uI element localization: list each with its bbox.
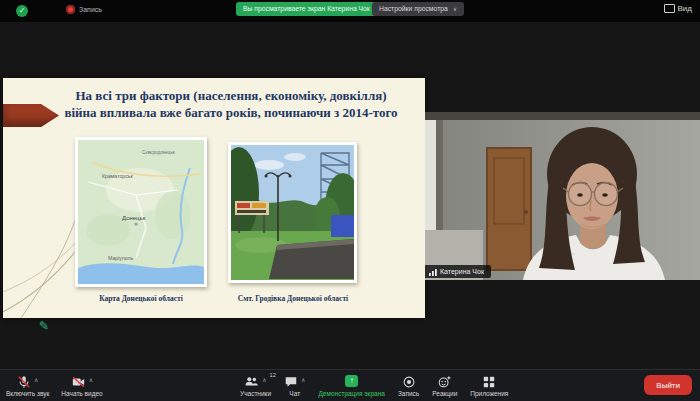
leave-meeting-button[interactable]: Выйти <box>644 375 692 395</box>
record-icon <box>402 375 416 389</box>
slide-title-line2: війна впливала вже багато років, починаю… <box>37 104 425 121</box>
share-screen-icon: ↑ <box>345 375 358 387</box>
reactions-smiley-icon <box>437 375 452 389</box>
webcam-scene <box>425 112 700 280</box>
settlement-photo <box>228 142 357 283</box>
map-label-kramatorsk: Краматорськ <box>102 173 134 179</box>
participants-count-badge: 12 <box>270 372 276 379</box>
slide-title-line1: На всі три фактори (населення, економіку… <box>37 87 425 104</box>
map-label-mariupol: Маріуполь <box>108 255 134 261</box>
participants-button[interactable]: 12 ∧ Участники <box>240 375 271 397</box>
recording-dot-icon <box>66 5 75 14</box>
audio-signal-icon <box>429 268 437 276</box>
record-label: Запись <box>398 390 419 397</box>
presentation-slide: На всі три фактори (населення, економіку… <box>3 78 425 318</box>
chat-button[interactable]: ∧ Чат <box>284 375 305 397</box>
participants-icon <box>244 375 259 389</box>
chat-label: Чат <box>289 390 300 397</box>
map-image: Сєвєродонецьк Краматорськ Донецьк Маріуп… <box>75 137 207 287</box>
recording-indicator[interactable]: Запись <box>66 5 102 14</box>
chevron-up-icon[interactable]: ∧ <box>34 376 38 384</box>
photo-caption: Смт. Гродівка Донецької області <box>219 294 367 303</box>
view-settings-dropdown[interactable]: Настройки просмотра ∨ <box>372 2 464 16</box>
participant-video[interactable]: Катерина Чок <box>425 112 700 280</box>
shared-screen-area: На всі три фактори (населення, економіку… <box>0 22 700 370</box>
chevron-up-icon[interactable]: ∧ <box>262 376 266 384</box>
chevron-up-icon[interactable]: ∧ <box>301 376 305 384</box>
camera-off-icon <box>71 375 86 389</box>
encryption-icon: ✓ <box>16 5 28 17</box>
chat-bubble-icon <box>284 375 298 389</box>
view-settings-label: Настройки просмотра <box>379 2 448 16</box>
chevron-up-icon[interactable]: ∧ <box>89 376 93 384</box>
participants-label: Участники <box>240 390 271 397</box>
reactions-button[interactable]: Реакции <box>432 375 457 397</box>
view-grid-icon <box>664 4 675 13</box>
map-label-sievierodonetsk: Сєвєродонецьк <box>142 150 176 155</box>
apps-grid-icon <box>482 375 496 389</box>
view-label: Вид <box>678 4 692 13</box>
start-video-label: Начать видео <box>61 390 102 397</box>
participant-name-tag: Катерина Чок <box>425 265 491 278</box>
reactions-label: Реакции <box>432 390 457 397</box>
recording-label: Запись <box>79 6 102 13</box>
unmute-button[interactable]: ∧ Включить звук <box>6 375 49 397</box>
slide-title: На всі три фактори (населення, економіку… <box>3 87 425 121</box>
map-caption: Карта Донецької області <box>63 294 219 303</box>
share-screen-label: Демонстрация экрана <box>318 390 384 397</box>
meeting-toolbar: ∧ Включить звук ∧ Начать видео <box>0 369 700 401</box>
record-button[interactable]: Запись <box>398 375 419 397</box>
apps-label: Приложения <box>470 390 508 397</box>
unmute-label: Включить звук <box>6 390 49 397</box>
annotate-pencil-icon[interactable]: ✎ <box>39 319 49 333</box>
start-video-button[interactable]: ∧ Начать видео <box>61 375 102 397</box>
chevron-down-icon: ∨ <box>453 2 457 16</box>
view-button[interactable]: Вид <box>664 4 692 13</box>
map-label-donetsk: Донецьк <box>122 215 146 221</box>
viewing-screen-banner: Вы просматриваете экран Катерина Чок <box>236 2 377 16</box>
meeting-top-bar: ✓ Запись Вы просматриваете экран Катерин… <box>0 0 700 22</box>
participant-name: Катерина Чок <box>440 268 484 275</box>
share-screen-button[interactable]: ↑ Демонстрация экрана <box>318 375 384 397</box>
apps-button[interactable]: Приложения <box>470 375 508 397</box>
microphone-muted-icon <box>17 375 31 389</box>
